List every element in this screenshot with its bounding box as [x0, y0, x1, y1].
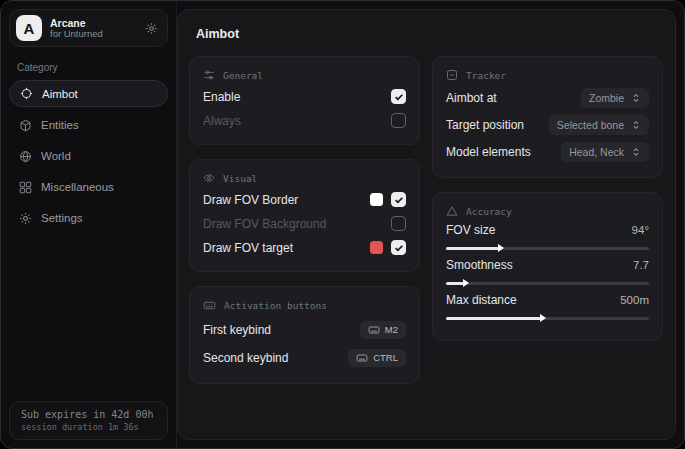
- section-title: Accuracy: [466, 206, 512, 217]
- keyboard-icon: [203, 299, 216, 312]
- sub-expires-text: Sub expires in 42d 00h: [21, 409, 156, 420]
- gear-icon[interactable]: [145, 22, 158, 35]
- setting-row-max-distance: Max distance 500m: [446, 293, 649, 322]
- keyboard-icon: [356, 352, 368, 364]
- fov-border-checkbox[interactable]: [391, 192, 406, 207]
- setting-label: Enable: [203, 90, 240, 104]
- color-swatch[interactable]: [370, 241, 383, 254]
- max-distance-slider[interactable]: [446, 314, 649, 322]
- enable-checkbox[interactable]: [391, 89, 406, 104]
- brand-subtitle: for Unturned: [50, 29, 103, 40]
- setting-row-model-elements: Model elements Head, Neck: [446, 139, 649, 165]
- setting-label: Max distance: [446, 293, 517, 307]
- sliders-icon: [203, 69, 215, 81]
- section-title: Visual: [223, 173, 257, 184]
- setting-label: Smoothness: [446, 258, 513, 272]
- triangle-icon: [446, 205, 458, 217]
- chevron-up-down-icon: [631, 147, 641, 157]
- page-title: Aimbot: [196, 27, 663, 41]
- tracker-section: Tracker Aimbot at Zombie: [432, 56, 663, 178]
- setting-label: Always: [203, 114, 241, 128]
- fov-size-slider[interactable]: [446, 244, 649, 252]
- chevron-up-down-icon: [631, 93, 641, 103]
- target-position-dropdown[interactable]: Selected bone: [549, 115, 649, 135]
- sidebar-item-label: Aimbot: [42, 88, 78, 100]
- brand-logo: A: [16, 15, 42, 41]
- keybind-value: CTRL: [373, 352, 398, 363]
- brand-card: A Arcane for Unturned: [9, 9, 168, 47]
- section-title: Activation buttons: [224, 300, 327, 311]
- brand-name: Arcane: [50, 17, 103, 29]
- keybind-value: M2: [385, 324, 398, 335]
- setting-row-fov-border: Draw FOV Border: [203, 188, 406, 211]
- visual-section: Visual Draw FOV Border Draw FOV Backgrou…: [189, 159, 420, 272]
- aimbot-at-dropdown[interactable]: Zombie: [581, 88, 649, 108]
- crosshair-icon: [20, 87, 33, 100]
- subscription-info: Sub expires in 42d 00h session duration …: [9, 401, 168, 440]
- app-window: A Arcane for Unturned Category A: [0, 0, 685, 449]
- dropdown-value: Head, Neck: [569, 146, 624, 158]
- activation-section: Activation buttons First keybind M2: [189, 286, 420, 384]
- accuracy-section: Accuracy FOV size 94° Smoothness: [432, 192, 663, 341]
- sidebar-item-label: World: [41, 150, 71, 162]
- sidebar: A Arcane for Unturned Category A: [1, 1, 177, 448]
- sidebar-item-label: Settings: [41, 212, 83, 224]
- setting-label: Model elements: [446, 145, 531, 159]
- setting-label: Second keybind: [203, 351, 288, 365]
- setting-row-fov-size: FOV size 94°: [446, 223, 649, 252]
- section-title: Tracker: [466, 70, 506, 81]
- setting-row-first-keybind: First keybind M2: [203, 316, 406, 343]
- setting-label: Draw FOV Background: [203, 217, 326, 231]
- model-elements-dropdown[interactable]: Head, Neck: [561, 142, 649, 162]
- gear-icon: [19, 212, 32, 225]
- color-swatch[interactable]: [370, 193, 383, 206]
- sidebar-item-label: Entities: [41, 119, 79, 131]
- second-keybind-button[interactable]: CTRL: [348, 349, 406, 367]
- setting-row-always: Always: [203, 109, 406, 132]
- chevron-up-down-icon: [631, 120, 641, 130]
- sidebar-item-world[interactable]: World: [9, 143, 168, 169]
- general-section: General Enable Always: [189, 56, 420, 145]
- smoothness-slider[interactable]: [446, 279, 649, 287]
- setting-label: Target position: [446, 118, 524, 132]
- sidebar-item-aimbot[interactable]: Aimbot: [9, 80, 168, 107]
- frame-minus-icon: [446, 69, 458, 81]
- sidebar-item-settings[interactable]: Settings: [9, 205, 168, 231]
- sidebar-nav: Aimbot Entities World: [9, 80, 168, 234]
- globe-icon: [19, 150, 32, 163]
- session-duration-text: session duration 1m 36s: [21, 422, 156, 432]
- category-label: Category: [17, 62, 160, 73]
- fov-size-value: 94°: [632, 224, 649, 236]
- setting-label: Draw FOV target: [203, 241, 293, 255]
- setting-row-smoothness: Smoothness 7.7: [446, 258, 649, 287]
- sidebar-item-entities[interactable]: Entities: [9, 112, 168, 138]
- setting-row-second-keybind: Second keybind CTRL: [203, 344, 406, 371]
- grid-icon: [19, 181, 32, 194]
- sidebar-item-miscellaneous[interactable]: Miscellaneous: [9, 174, 168, 200]
- first-keybind-button[interactable]: M2: [360, 321, 406, 339]
- dropdown-value: Zombie: [589, 92, 624, 104]
- keyboard-icon: [368, 324, 380, 336]
- always-checkbox[interactable]: [391, 113, 406, 128]
- fov-background-checkbox[interactable]: [391, 216, 406, 231]
- dropdown-value: Selected bone: [557, 119, 624, 131]
- setting-row-enable: Enable: [203, 85, 406, 108]
- main-panel: Aimbot General Enable: [177, 9, 676, 440]
- max-distance-value: 500m: [620, 294, 649, 306]
- eye-icon: [203, 172, 215, 184]
- section-title: General: [223, 70, 263, 81]
- setting-label: Draw FOV Border: [203, 193, 298, 207]
- setting-row-aimbot-at: Aimbot at Zombie: [446, 85, 649, 111]
- setting-label: First keybind: [203, 323, 271, 337]
- setting-row-fov-background: Draw FOV Background: [203, 212, 406, 235]
- setting-label: FOV size: [446, 223, 495, 237]
- setting-row-fov-target: Draw FOV target: [203, 236, 406, 259]
- fov-target-checkbox[interactable]: [391, 240, 406, 255]
- setting-label: Aimbot at: [446, 91, 497, 105]
- cube-icon: [19, 119, 32, 132]
- setting-row-target-position: Target position Selected bone: [446, 112, 649, 138]
- sidebar-item-label: Miscellaneous: [41, 181, 114, 193]
- smoothness-value: 7.7: [633, 259, 649, 271]
